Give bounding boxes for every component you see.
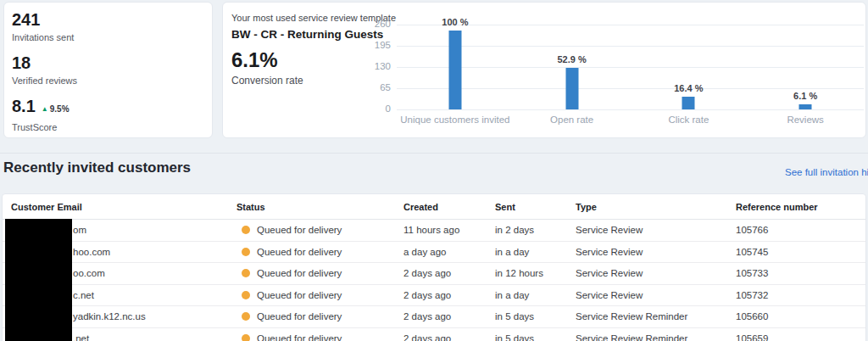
table-row[interactable]: hoo.comQueued for deliverya day agoin a … (3, 242, 865, 264)
reference-cell: 105660 (736, 306, 865, 327)
email-suffix: yadkin.k12.nc.us (73, 311, 146, 321)
reference-cell: 105766 (736, 220, 865, 241)
invitations-sent-label: Invitations sent (12, 31, 203, 43)
reference-cell: 105733 (736, 263, 865, 284)
email-suffix: oo.com (73, 268, 105, 278)
table-row[interactable]: yadkin.k12.nc.usQueued for delivery2 day… (3, 306, 865, 328)
dashboard-page: 241 Invitations sent 18 Verified reviews… (0, 0, 868, 341)
category-label: Reviews (747, 115, 864, 125)
status-dot-icon (242, 312, 250, 321)
status-cell: Queued for delivery (236, 306, 403, 327)
sent-cell: in 5 days (495, 328, 576, 341)
email-suffix: hoo.com (73, 247, 110, 257)
status-dot-icon (242, 291, 250, 299)
type-cell: Service Review (576, 220, 736, 241)
status-dot-icon (242, 226, 250, 234)
section-divider (0, 153, 868, 154)
redaction-box (5, 241, 72, 264)
category-label: Open rate (514, 115, 631, 125)
status-text: Queued for delivery (257, 225, 342, 235)
invitations-sent-value: 241 (12, 9, 203, 30)
conversion-rate-label: Conversion rate (231, 75, 303, 87)
table-row[interactable]: oo.comQueued for delivery2 days agoin 12… (3, 263, 865, 285)
status-cell: Queued for delivery (236, 220, 403, 241)
chart-slot: 6.1 %Reviews (747, 25, 864, 109)
reference-cell: 105745 (736, 242, 865, 263)
trustscore-delta: ▲9.5% (42, 104, 70, 114)
see-full-invitation-history-link[interactable]: See full invitation history (785, 167, 868, 177)
status-text: Queued for delivery (257, 311, 342, 321)
status-text: Queued for delivery (257, 247, 342, 257)
redaction-box (5, 219, 72, 242)
y-tick-label: 130 (359, 61, 391, 71)
trustscore-value: 8.1▲9.5% (12, 96, 203, 120)
chart-slot: 52.9 %Open rate (514, 25, 631, 109)
sent-cell: in a day (495, 242, 576, 263)
table-row[interactable]: omQueued for delivery11 hours agoin 2 da… (3, 220, 865, 242)
status-cell: Queued for delivery (236, 263, 403, 284)
redaction-box (5, 305, 72, 328)
trustscore-number: 8.1 (12, 97, 36, 115)
reference-cell: 105732 (736, 285, 865, 306)
y-tick-label: 65 (359, 82, 391, 92)
column-header-created: Created (403, 194, 495, 219)
chart-slots: 100 %Unique customers invited52.9 %Open … (397, 25, 864, 109)
sent-cell: in a day (495, 285, 576, 306)
table-row[interactable]: .netQueued for delivery2 days agoin 5 da… (3, 328, 865, 341)
type-cell: Service Review Reminder (576, 306, 736, 327)
trustscore-delta-value: 9.5% (50, 104, 70, 114)
email-cell: c.net (11, 285, 236, 306)
status-text: Queued for delivery (257, 290, 342, 300)
template-name: BW - CR - Returning Guests (231, 28, 383, 41)
gridline (397, 109, 864, 110)
email-cell: oo.com (11, 263, 236, 284)
bar-value-label: 16.4 % (631, 83, 748, 93)
category-label: Unique customers invited (397, 115, 514, 125)
chart-slot: 16.4 %Click rate (631, 25, 748, 109)
redaction-box (5, 262, 72, 285)
status-cell: Queued for delivery (236, 285, 403, 306)
stat-invitations-sent: 241 Invitations sent (12, 9, 203, 43)
created-cell: 2 days ago (403, 285, 495, 306)
bar-unique-customers-invited (448, 31, 461, 109)
table-row[interactable]: c.netQueued for delivery2 days agoin a d… (3, 285, 865, 307)
created-cell: 2 days ago (403, 306, 495, 327)
bar-click-rate (682, 97, 695, 109)
column-header-status: Status (236, 194, 403, 219)
email-suffix: c.net (73, 290, 94, 300)
redaction-box (5, 284, 72, 307)
trend-up-icon: ▲ (42, 105, 48, 113)
stat-trustscore: 8.1▲9.5% TrustScore (12, 96, 203, 133)
status-cell: Queued for delivery (236, 328, 403, 341)
trustscore-label: TrustScore (12, 121, 203, 133)
type-cell: Service Review Reminder (576, 328, 736, 341)
status-cell: Queued for delivery (236, 242, 403, 263)
status-text: Queued for delivery (257, 333, 342, 341)
email-cell: om (11, 220, 236, 241)
y-tick-label: 195 (359, 40, 391, 50)
verified-reviews-label: Verified reviews (12, 75, 203, 87)
type-cell: Service Review (576, 285, 736, 306)
invitation-overview-card: Your most used service review template B… (222, 2, 866, 138)
funnel-bar-chart: 100 %Unique customers invited52.9 %Open … (397, 25, 864, 109)
invited-customers-table: Customer EmailStatusCreatedSentTypeRefer… (2, 193, 866, 341)
bar-open-rate (565, 68, 578, 109)
bar-value-label: 6.1 % (747, 91, 864, 101)
conversion-rate-value: 6.1% (231, 48, 278, 72)
bar-reviews (799, 104, 812, 109)
sent-cell: in 5 days (495, 306, 576, 327)
sent-cell: in 12 hours (495, 263, 576, 284)
table-body: omQueued for delivery11 hours agoin 2 da… (3, 220, 865, 341)
category-label: Click rate (631, 115, 748, 125)
stats-card: 241 Invitations sent 18 Verified reviews… (3, 2, 213, 138)
column-header-sent: Sent (495, 194, 576, 219)
stat-verified-reviews: 18 Verified reviews (12, 53, 203, 87)
y-tick-label: 260 (359, 19, 391, 29)
column-header-customer-email: Customer Email (11, 194, 236, 219)
email-suffix: .net (73, 333, 89, 341)
type-cell: Service Review (576, 263, 736, 284)
column-header-reference-number: Reference number (736, 194, 865, 219)
chart-slot: 100 %Unique customers invited (397, 25, 514, 109)
reference-cell: 105659 (736, 328, 865, 341)
table-header-row: Customer EmailStatusCreatedSentTypeRefer… (3, 194, 865, 220)
